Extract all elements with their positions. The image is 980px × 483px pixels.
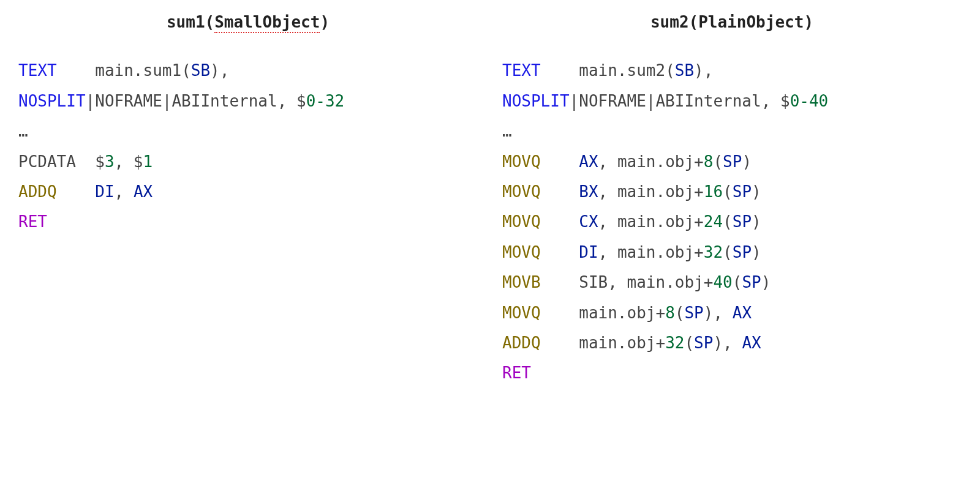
left-column: sum1(SmallObject) TEXT main.sum1(SB), NO… [18,7,478,389]
tok-movb: MOVB [502,273,541,291]
tok-ret: RET [502,364,531,382]
num: 32 [665,334,684,352]
comma: , [598,212,617,231]
tok-addq: ADDQ [18,182,57,201]
bar: | [86,92,96,110]
sym: main.obj+ [579,304,665,322]
sym: main.obj+ [579,334,665,352]
num: 0 [306,92,316,110]
tok-movq: MOVQ [502,243,541,261]
comma: , $ [115,152,143,171]
num: 40 [809,92,828,110]
paren: ) [752,182,761,201]
reg-sp: SP [733,243,752,261]
right-code: TEXT main.sum2(SB), NOSPLIT|NOFRAME|ABII… [502,56,962,388]
reg-sp: SP [742,273,761,291]
left-code: TEXT main.sum1(SB), NOSPLIT|NOFRAME|ABII… [18,56,478,237]
paren: ( [733,273,742,291]
comma: , [115,182,134,201]
num: 0 [790,92,800,110]
comma: , [608,273,627,291]
dash: - [315,92,325,110]
paren: ( [684,334,694,352]
left-title: sum1(SmallObject) [18,7,478,37]
sym: main.obj+ [617,243,704,261]
comma: , [598,243,617,261]
ellipsis: … [18,122,28,140]
tok-movq: MOVQ [502,152,541,171]
bar: | [646,92,656,110]
reg-sp: SP [733,182,752,201]
reg: AX [733,304,752,322]
tok-noframe: NOFRAME [579,92,646,110]
tok-movq: MOVQ [502,212,541,231]
paren: ( [723,243,733,261]
paren: ) [752,243,761,261]
paren: ), [704,304,733,322]
reg-di: DI [95,182,114,201]
num: 8 [665,304,675,322]
paren-close: ), [694,61,713,80]
num: 32 [325,92,344,110]
sym: main.obj+ [617,182,704,201]
paren: ( [675,304,685,322]
reg-sp: SP [694,334,713,352]
tok-addq: ADDQ [502,334,541,352]
paren-open: ( [181,61,191,80]
reg-sp: SP [733,212,752,231]
ellipsis: … [502,122,512,140]
sym: main.obj+ [617,212,704,231]
num: 1 [143,152,153,171]
tok-pcdata: PCDATA [18,152,76,171]
reg: AX [742,334,761,352]
bar: | [570,92,579,110]
reg: DI [579,243,598,261]
right-title: sum2(PlainObject) [502,7,962,37]
tok-abi: ABIInternal [172,92,277,110]
reg: BX [579,182,598,201]
two-column-layout: sum1(SmallObject) TEXT main.sum1(SB), NO… [0,0,980,407]
right-column: sum2(PlainObject) TEXT main.sum2(SB), NO… [502,7,962,389]
reg: AX [579,152,598,171]
sym: main.obj+ [617,152,704,171]
reg-sp: SP [723,152,742,171]
comma: , $ [761,92,790,110]
reg-ax: AX [134,182,153,201]
comma: , [598,182,617,201]
comma: , [598,152,617,171]
reg: CX [579,212,598,231]
comma: , $ [277,92,306,110]
tok-sym: main.sum2 [579,61,665,80]
reg-sb: SB [675,61,694,80]
title-arg-spellcheck: SmallObject [214,13,320,33]
tok-sym: main.sum1 [95,61,181,80]
reg-sp: SP [684,304,703,322]
tok-nosplit: NOSPLIT [502,92,570,110]
paren: ) [752,212,761,231]
num: 16 [704,182,723,201]
tok-ret: RET [18,212,47,231]
num: 40 [713,273,732,291]
sym: main.obj+ [627,273,714,291]
dollar: $ [95,152,105,171]
tok-movq: MOVQ [502,304,541,322]
num: 8 [704,152,714,171]
paren: ( [723,182,733,201]
paren: ), [713,334,742,352]
num: 32 [704,243,723,261]
tok-nosplit: NOSPLIT [18,92,86,110]
tok-text: TEXT [502,61,541,80]
tok-text: TEXT [18,61,57,80]
bar: | [162,92,172,110]
num: 3 [105,152,115,171]
tok-abi: ABIInternal [655,92,761,110]
title-close: ) [320,13,330,31]
paren: ) [742,152,752,171]
reg-sb: SB [191,61,210,80]
tok-movq: MOVQ [502,182,541,201]
paren: ) [761,273,771,291]
num: 24 [704,212,723,231]
paren-close: ), [210,61,229,80]
reg: SIB [579,273,608,291]
tok-noframe: NOFRAME [95,92,162,110]
